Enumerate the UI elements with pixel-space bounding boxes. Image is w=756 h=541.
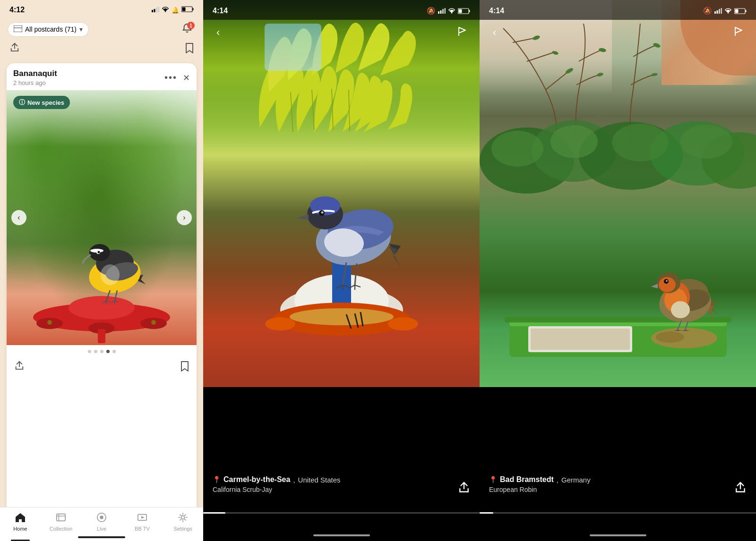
status-bar-carmel: 4:14 🔕 [203,0,480,20]
svg-point-106 [671,301,690,318]
svg-rect-70 [721,8,722,14]
battery-icon-bramstedt [734,8,747,14]
bramstedt-country: , [557,476,558,484]
live-icon [96,512,107,524]
carmel-share-button[interactable] [458,482,470,495]
bramstedt-species: European Robin [489,486,747,493]
nav-settings-label: Settings [173,526,192,532]
carousel-next-button[interactable]: › [177,210,192,225]
svg-point-80 [598,48,606,53]
svg-rect-0 [152,10,153,12]
top-bar: All postcards (71) ▾ 1 [0,18,203,42]
svg-point-71 [728,12,729,13]
nav-bbtv-label: BB TV [135,526,150,532]
svg-rect-3 [158,7,160,12]
bramstedt-city: Bad Bramstedt [500,475,554,484]
silent-icon-carmel: 🔕 [427,7,436,15]
svg-marker-75 [735,27,742,33]
more-options-button[interactable]: ••• [164,72,177,83]
share-icon[interactable] [9,42,20,57]
wifi-icon-carmel [448,8,455,14]
bookmark-icon[interactable] [185,42,194,57]
svg-point-110 [666,280,668,282]
svg-point-56 [265,317,295,330]
home-indicator-carmel [313,534,370,536]
carousel-dot-5[interactable] [112,350,116,353]
carmel-country: , [293,476,295,484]
svg-rect-67 [714,11,716,14]
postcards-selector[interactable]: All postcards (71) ▾ [8,22,89,37]
svg-point-40 [451,12,452,13]
svg-rect-74 [735,9,739,13]
carmel-info-overlay: 📍 Carmel-by-the-Sea , United States Cali… [203,468,480,501]
nav-bbtv[interactable]: BB TV [128,512,156,532]
status-icons-bramstedt: 🔕 [703,7,747,15]
svg-marker-34 [141,516,144,519]
svg-rect-97 [531,329,630,350]
carousel-prev-button[interactable]: ‹ [11,210,26,225]
svg-point-57 [388,317,418,330]
carmel-city: Carmel-by-the-Sea [223,475,290,484]
carousel-dot-2[interactable] [94,350,97,353]
bramstedt-share-button[interactable] [734,482,747,495]
nav-collection[interactable]: Collection [47,512,75,532]
close-button[interactable]: ✕ [183,73,190,83]
settings-icon [178,512,188,524]
panel-carmel: 4:14 🔕 ‹ [203,0,480,541]
carousel-dots [7,345,197,357]
wifi-icon [162,7,169,14]
carousel-dot-4[interactable] [106,350,110,353]
nav-settings[interactable]: Settings [169,512,197,532]
panel-bramstedt: 4:14 🔕 ‹ [480,0,756,541]
svg-point-32 [100,516,103,519]
panel-home: 4:12 🔔 All postcards (71) ▾ [0,0,203,541]
scrub-jay-bird [280,159,403,293]
card-actions: ••• ✕ [164,72,190,83]
battery-icon-carmel [458,8,470,14]
bookmark-card-button[interactable] [180,361,189,374]
silent-icon: 🔔 [172,7,179,14]
nav-home[interactable]: Home [6,512,34,532]
svg-point-92 [680,125,732,159]
back-button-bramstedt[interactable]: ‹ [489,25,500,41]
nav-live[interactable]: Live [87,512,116,532]
svg-point-91 [612,124,669,161]
location-row-bramstedt: 📍 Bad Bramstedt , Germany [489,475,747,484]
flag-button-bramstedt[interactable] [730,25,747,41]
signal-icon [152,7,159,14]
home-indicator [78,536,125,538]
home-icon [15,512,26,524]
bananaquit-bird [68,202,153,307]
svg-point-26 [151,320,156,325]
postcards-icon [14,25,22,34]
status-icons-home: 🔔 [152,6,194,14]
wifi-icon-bramstedt [724,8,732,14]
flag-button-carmel[interactable] [454,25,470,41]
carousel-dot-1[interactable] [88,350,91,353]
svg-rect-7 [182,8,186,11]
svg-point-90 [550,125,598,158]
svg-rect-42 [469,10,470,12]
share-card-button[interactable] [14,361,25,374]
svg-rect-27 [98,329,105,343]
signal-icon-carmel [438,8,446,14]
collection-icon [56,512,66,524]
svg-rect-28 [57,514,65,521]
svg-rect-6 [193,8,194,10]
carmel-bird-image [203,0,480,387]
svg-rect-38 [442,9,444,14]
silent-icon-bramstedt: 🔕 [703,7,712,15]
bramstedt-info-overlay: 📍 Bad Bramstedt , Germany European Robin [480,468,756,501]
back-button-carmel[interactable]: ‹ [213,25,223,41]
progress-container-carmel [203,512,480,514]
carousel-dot-3[interactable] [100,350,103,353]
robin-scene-bg [480,0,756,387]
svg-point-64 [321,211,323,214]
action-row [0,42,203,61]
svg-point-13 [101,264,120,285]
svg-rect-2 [156,8,157,12]
svg-point-17 [98,251,100,254]
postcards-label: All postcards (71) [25,25,77,33]
svg-rect-8 [14,25,22,32]
notification-bell[interactable]: 1 [179,21,196,38]
